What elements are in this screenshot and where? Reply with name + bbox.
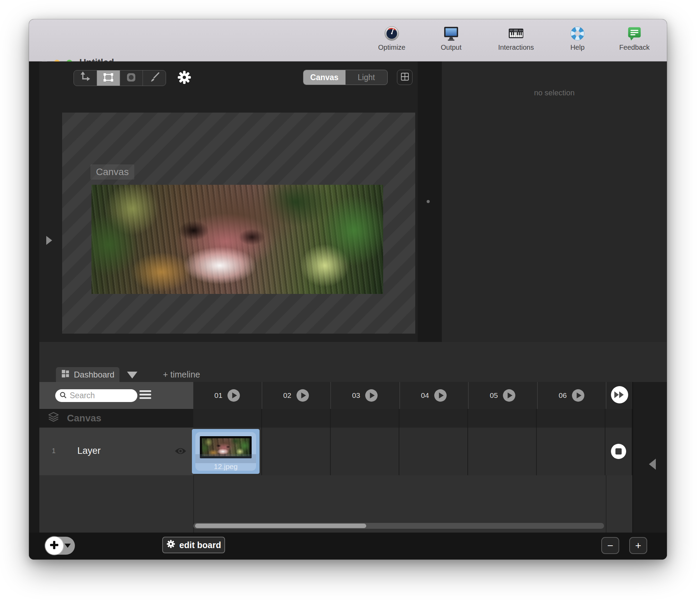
app-window: Untitled Optimize [29, 19, 667, 560]
tab-dashboard[interactable]: Dashboard [56, 367, 119, 382]
column-headers: 01 02 03 04 05 [193, 382, 606, 409]
canvas-media-image[interactable] [91, 185, 383, 294]
column-header-06: 06 [538, 382, 606, 409]
search-icon [59, 391, 67, 400]
layer-name: Layer [77, 446, 101, 456]
speedometer-icon [368, 26, 416, 41]
canvas-stage-label: Canvas [90, 164, 134, 180]
help-button[interactable]: Help [553, 26, 602, 51]
optimize-button[interactable]: Optimize [368, 26, 416, 51]
tool-segmented-control [74, 70, 166, 86]
fast-forward-button[interactable] [611, 386, 629, 405]
midi-keyboard-icon [492, 26, 540, 41]
bottom-bar: edit board − + [29, 533, 667, 560]
play-column-button[interactable] [296, 389, 309, 402]
move-arrow-icon [78, 70, 92, 86]
canvas-group-grid [193, 409, 632, 428]
vertical-splitter-handle[interactable] [427, 200, 430, 203]
optimize-label: Optimize [378, 44, 406, 51]
board-header-left [39, 382, 193, 409]
view-toggle-canvas[interactable]: Canvas [303, 70, 346, 85]
add-board-button[interactable]: + [629, 537, 647, 554]
feedback-button[interactable]: Feedback [610, 26, 659, 51]
canvas-panel: Canvas Light Canvas [39, 61, 418, 342]
horizontal-scrollbar[interactable] [193, 523, 604, 529]
search-field[interactable] [55, 389, 137, 402]
clip-card: 12.jpeg [195, 432, 256, 471]
column-header-02: 02 [262, 382, 331, 409]
dashboard-grid-icon [61, 370, 70, 380]
brush-tool-button[interactable] [143, 70, 166, 86]
canvas-group-row[interactable]: Canvas [39, 409, 193, 428]
plus-icon [49, 540, 59, 552]
inspector-panel: no selection [442, 61, 667, 342]
speech-bubble-icon [610, 26, 659, 41]
canvas-settings-button[interactable] [176, 70, 192, 86]
transform-icon [101, 70, 115, 86]
mask-tool-button[interactable] [120, 70, 143, 86]
layer-index: 1 [52, 447, 56, 455]
column-header-01: 01 [193, 382, 262, 409]
play-column-button[interactable] [365, 389, 378, 402]
column-header-03: 03 [331, 382, 400, 409]
grid-layout-button[interactable] [397, 70, 412, 85]
search-input[interactable] [70, 391, 125, 400]
column-number: 02 [283, 391, 291, 400]
clip-thumbnail-image [202, 438, 250, 456]
add-timeline-button[interactable]: + timeline [163, 370, 200, 380]
transform-tool-button[interactable] [97, 70, 120, 86]
tab-dropdown-caret[interactable] [127, 372, 137, 379]
add-dropdown-caret[interactable] [65, 544, 71, 548]
titlebar: Untitled Optimize [29, 19, 667, 61]
column-number: 01 [214, 391, 222, 400]
move-tool-button[interactable] [74, 70, 97, 86]
add-clip-split-button[interactable] [45, 537, 75, 555]
play-column-button[interactable] [434, 389, 447, 402]
column-number: 05 [490, 391, 498, 400]
dashboard-tab-label: Dashboard [74, 370, 114, 380]
mask-icon [124, 70, 138, 86]
column-number: 06 [559, 391, 567, 400]
column-header-05: 05 [469, 382, 538, 409]
edit-board-label: edit board [179, 540, 221, 550]
play-column-button[interactable] [572, 389, 585, 402]
remove-board-button[interactable]: − [601, 537, 619, 554]
column-number: 04 [421, 391, 429, 400]
collapse-right-panel-handle[interactable] [649, 459, 656, 470]
view-toggle: Canvas Light [303, 70, 388, 85]
output-label: Output [441, 44, 461, 51]
board-menu-button[interactable] [139, 390, 151, 399]
layers-icon [48, 412, 59, 425]
gear-icon [177, 70, 192, 86]
expand-left-panel-handle[interactable] [46, 236, 52, 245]
feedback-label: Feedback [619, 44, 650, 51]
play-column-button[interactable] [227, 389, 240, 402]
canvas-stage[interactable]: Canvas [62, 113, 415, 334]
layer-row-header[interactable]: 1 Layer [39, 428, 193, 475]
play-column-button[interactable] [503, 389, 516, 402]
board-right-rail [632, 382, 667, 533]
output-button[interactable]: Output [427, 26, 475, 51]
interactions-button[interactable]: Interactions [492, 26, 540, 51]
brush-icon [147, 70, 161, 86]
skip-all-cell [606, 382, 632, 409]
scrollbar-thumb[interactable] [195, 524, 366, 528]
gear-icon [166, 539, 175, 551]
lifebuoy-icon [553, 26, 602, 41]
column-header-04: 04 [400, 382, 469, 409]
edit-board-button[interactable]: edit board [162, 537, 225, 553]
view-toggle-light[interactable]: Light [346, 70, 388, 85]
plus-icon: + [635, 540, 641, 552]
minus-icon: − [607, 540, 613, 552]
stop-layer-button[interactable] [611, 443, 626, 459]
clip-label-band [195, 454, 256, 463]
layer-visibility-eye-icon[interactable] [175, 447, 186, 457]
canvas-group-label: Canvas [67, 413, 101, 424]
selected-clip-cell[interactable]: 12.jpeg [192, 429, 260, 474]
no-selection-text: no selection [442, 88, 667, 97]
help-label: Help [570, 44, 584, 51]
clip-filename: 12.jpeg [195, 462, 256, 471]
column-number: 03 [352, 391, 360, 400]
add-button[interactable] [45, 537, 63, 555]
interactions-label: Interactions [498, 44, 534, 51]
